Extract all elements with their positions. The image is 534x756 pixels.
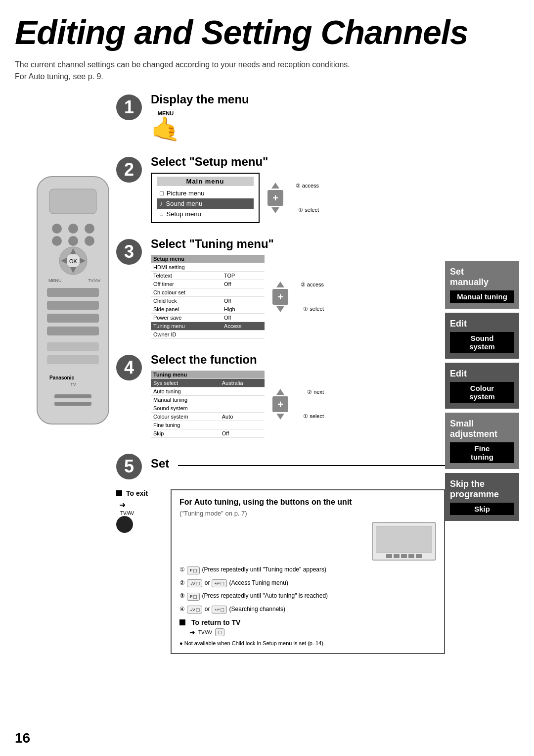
to-exit-box: To exit ➜ TV/AV <box>116 489 161 533</box>
svg-rect-17 <box>47 288 99 297</box>
setup-row-chcolour: Ch colour set <box>151 288 265 297</box>
auto-step-2-suffix: (Access Tuning menu) <box>229 579 288 586</box>
tv-buttons <box>386 554 422 558</box>
step-num-4: ④ <box>179 606 185 613</box>
hand-icon: 🤙 <box>151 117 180 141</box>
tv-illustration-container <box>179 522 436 561</box>
to-return-label: To return to TV <box>191 618 240 626</box>
setup-row-tuning: Tuning menuAccess <box>151 322 265 331</box>
auto-step-4: ④ -/V□ or +/^□ (Searching channels) <box>179 604 436 614</box>
step-4-content: Select the function Tuning menu Sys sele… <box>151 353 445 438</box>
sidebar-edit-colour-top: Edit <box>450 369 514 379</box>
or-text-4: or <box>205 606 212 613</box>
note-text: ● Not available when Child lock in Setup… <box>179 640 325 646</box>
button-plus-v-4: +/^□ <box>212 606 227 614</box>
plus-button-3[interactable]: + <box>272 289 288 305</box>
svg-point-3 <box>68 224 78 234</box>
setup-row-sidepanel: Side panelHigh <box>151 305 265 314</box>
step-5-number: 5 <box>116 454 142 479</box>
step-1-heading: Display the menu <box>151 93 445 106</box>
svg-rect-22 <box>47 355 99 364</box>
step-3-row: 3 Select "Tuning menu" Setup menu <box>116 237 445 339</box>
exit-button-circle[interactable] <box>116 516 133 533</box>
svg-rect-18 <box>47 301 99 310</box>
step-2-content: Select "Setup menu" Main menu □ Picture … <box>151 155 445 223</box>
square-bullet-icon <box>116 490 122 496</box>
sidebar-spacer-3 <box>445 409 519 413</box>
subtitle-line1: The current channel settings can be chan… <box>15 60 350 69</box>
auto-tuning-title: For Auto tuning, using the buttons on th… <box>179 497 436 508</box>
tuning-row-sys: Sys selectAustralia <box>151 379 265 387</box>
menu-item-sound: ♪ Sound menu <box>157 198 254 209</box>
button-minus-v-4: -/V□ <box>187 606 202 614</box>
sidebar-small-adjustment-top: Smalladjustment <box>450 419 514 439</box>
step-2-inner: Main menu □ Picture menu ♪ Sound menu <box>151 173 445 223</box>
sidebar-edit-colour: Edit Coloursystem <box>445 363 519 409</box>
step-5-heading: Set <box>151 457 169 471</box>
button-f-1: F□ <box>187 567 200 574</box>
next-label-4: ② next <box>307 389 324 395</box>
arrow-down-icon-4 <box>276 414 284 420</box>
plus-button-4[interactable]: + <box>272 396 288 412</box>
main-menu-box: Main menu □ Picture menu ♪ Sound menu <box>151 173 260 223</box>
tuning-row-colour: Colour systemAuto <box>151 413 265 421</box>
svg-text:Panasonic: Panasonic <box>49 375 74 380</box>
sidebar-spacer-top <box>445 93 519 261</box>
tv-av-label: TV/AV <box>120 511 134 516</box>
step-5-row: 5 Set <box>116 452 445 479</box>
arrow-up-icon-3 <box>276 282 284 287</box>
tuning-menu-table: Tuning menu Sys selectAustralia Auto tun… <box>151 371 265 438</box>
to-exit-label: To exit <box>116 489 148 497</box>
svg-point-6 <box>68 236 78 246</box>
access-label-3: ② access <box>301 282 324 288</box>
arrow-down-icon <box>271 207 279 213</box>
main-menu-title: Main menu <box>157 177 254 186</box>
step-4-number: 4 <box>116 355 142 380</box>
return-arrow-icon: ➜ <box>189 628 195 636</box>
right-sidebar: Setmanually Manual tuning Edit Soundsyst… <box>445 93 519 654</box>
svg-point-5 <box>52 236 62 246</box>
button-f-3: F□ <box>187 593 200 601</box>
return-button-label: TV/AV <box>198 630 212 635</box>
auto-step-3: ③ F□ (Press repeatedly until "Auto tunin… <box>179 591 436 601</box>
plus-button[interactable]: + <box>267 190 283 206</box>
tuning-row-manual: Manual tuning <box>151 396 265 404</box>
step-4-row: 4 Select the function Tuning menu <box>116 353 445 438</box>
sidebar-set-manually: Setmanually Manual tuning <box>445 261 519 309</box>
select-label-4: ① select <box>303 413 324 420</box>
sidebar-spacer-2 <box>445 359 519 363</box>
access-label-2: ② access <box>296 183 319 189</box>
step-3-heading: Select "Tuning menu" <box>151 237 445 251</box>
setup-row-ownerid: Owner ID <box>151 331 265 339</box>
tv-btn <box>416 554 422 558</box>
menu-item-picture: □ Picture menu <box>157 188 254 198</box>
nav-arrows-step2: + ② access ① select <box>267 183 283 213</box>
or-text-2: or <box>205 579 212 586</box>
tuning-menu-title: Tuning menu <box>151 371 265 379</box>
sound-icon: ♪ <box>160 200 163 207</box>
main-layout: OK MENU TV/AV Pa <box>15 93 519 654</box>
page-number: 16 <box>15 730 30 746</box>
step-3-content: Select "Tuning menu" Setup menu HDMI set… <box>151 237 445 339</box>
select-label-3: ① select <box>303 306 324 312</box>
button-plus-v: +/^□ <box>212 579 227 587</box>
auto-tuning-subtitle: ("Tuning mode" on p. 7) <box>179 510 436 517</box>
to-exit-text: To exit <box>126 489 148 497</box>
step-1-number: 1 <box>116 94 142 120</box>
tuning-row-fine: Fine tuning <box>151 421 265 429</box>
auto-step-3-text: (Press repeatedly until "Auto tuning" is… <box>202 592 328 599</box>
picture-icon: □ <box>160 189 164 197</box>
step-2-row: 2 Select "Setup menu" Main menu □ Pictur… <box>116 155 445 223</box>
to-exit-button-row: ➜ <box>119 500 126 510</box>
setup-row-powersave: Power saveOff <box>151 314 265 322</box>
tv-btn <box>408 554 414 558</box>
setup-row-hdmi: HDMI setting <box>151 263 265 272</box>
select-label-2: ① select <box>298 207 319 213</box>
svg-point-7 <box>85 236 94 246</box>
step-3-number: 3 <box>116 239 142 265</box>
page-container: Editing and Setting Channels The current… <box>0 0 534 756</box>
setup-row-teletext: TeletextTOP <box>151 272 265 280</box>
setup-menu-title: Setup menu <box>151 255 265 263</box>
svg-rect-26 <box>54 402 91 406</box>
return-button: □ <box>215 628 224 636</box>
